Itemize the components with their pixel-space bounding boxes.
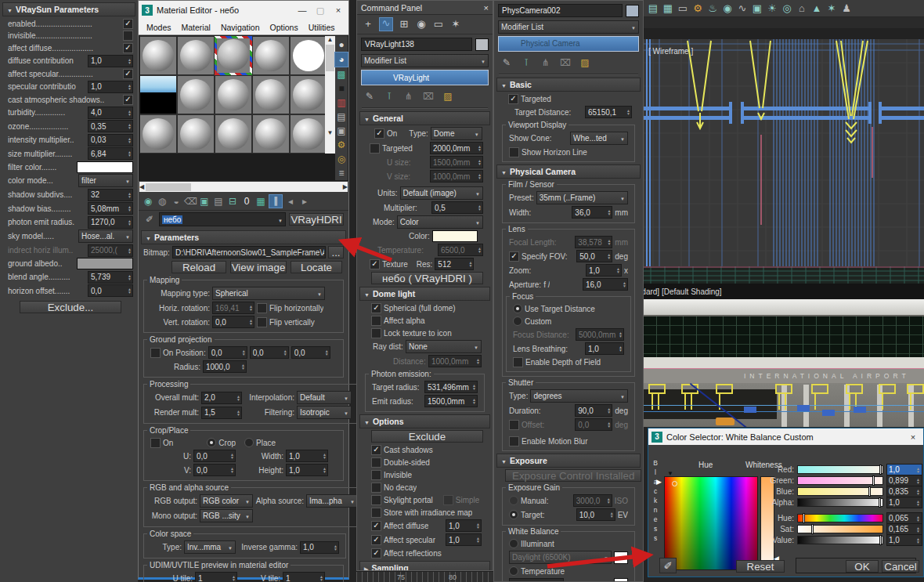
render-mult-spinner[interactable]: 1,5 [201,407,242,419]
hue-value-spinner[interactable]: 0,065 [886,512,922,524]
sky-model-dropdown[interactable]: Hose...al. [78,230,133,243]
texture-map-button[interactable]: небо ( VRayHDRI ) [371,272,483,284]
settings-gear-icon[interactable]: ⚙ [691,2,704,15]
v-size-spinner[interactable]: 1000,0mm [430,170,483,183]
go-forward-to-sibling-icon[interactable]: ▸ [298,195,311,208]
manual-iso-spinner[interactable]: 3000,0 [573,494,612,507]
overall-mult-spinner[interactable]: 2,0 [201,392,242,404]
close-button[interactable]: × [331,5,345,15]
make-unique-icon[interactable]: ⋔ [540,56,552,69]
targeted-checkbox[interactable] [508,94,518,104]
green-slider[interactable] [797,476,883,485]
material-class-button[interactable]: VRayHDRI [289,213,344,226]
go-to-parent-icon[interactable]: ◂ [284,195,297,208]
video-color-check-icon[interactable]: ▤ [335,110,348,124]
focus-distance-spinner[interactable]: 5000,0mm [576,328,624,341]
focal-length-spinner[interactable]: 38,578 [575,236,612,248]
command-panel-titlebar[interactable]: Command Panel × [357,1,493,15]
green-value-spinner[interactable]: 0,899 [886,475,922,486]
alpha-value-spinner[interactable]: 1,0 [886,497,922,508]
make-material-copy-icon[interactable]: ▣ [198,195,211,208]
material-slot[interactable] [215,114,252,154]
general-rollout-header[interactable]: General [359,111,490,125]
exclude-button[interactable]: Exclude... [20,301,121,313]
material-slot[interactable] [252,75,290,114]
bitmap-path-field[interactable]: D:\HDRI\AfternoonSlow01_SampleFrame\AS01… [172,246,326,258]
close-icon[interactable]: × [484,3,489,13]
multiplier-spinner[interactable]: 0,5 [431,201,483,214]
height-spinner[interactable]: 1,0 [286,464,328,476]
color-selector-titlebar[interactable]: 3 Color Selector: White Balance Custom × [648,428,923,445]
stack-item-physical-camera[interactable]: Physical Camera [499,37,638,51]
specify-fov-checkbox[interactable] [509,251,519,262]
rgb-output-dropdown[interactable]: RGB color [200,494,253,508]
shadow-subdivs-spinner[interactable]: 32 [88,189,133,201]
scroll-left-icon[interactable]: ◀ [139,183,144,190]
material-slot[interactable] [290,114,325,154]
utilities-tab-icon[interactable]: ✶ [449,18,462,31]
target-radio[interactable] [509,510,518,519]
position-x-spinner[interactable]: 0,0 [208,346,247,359]
show-end-result-icon[interactable]: ⊺ [383,90,395,103]
light-on-checkbox[interactable] [374,128,384,139]
enable-dof-checkbox[interactable] [513,357,523,367]
alpha-source-dropdown[interactable]: Ima...pha [306,494,358,508]
show-horizon-checkbox[interactable] [509,147,519,157]
intensity-multiplier-spinner[interactable]: 0,03 [88,134,133,146]
material-id-channel-icon[interactable]: 0 [240,195,253,208]
shadow-bias-spinner[interactable]: 5,08mm [88,202,133,215]
indirect-horiz-illum-spinner[interactable]: 25000,( [88,244,133,257]
mapping-type-dropdown[interactable]: Spherical [212,287,325,300]
reset-button[interactable]: Reset [736,560,785,573]
filtering-dropdown[interactable]: Isotropic [297,406,352,419]
shaded-viewport[interactable]: [Standard] [Default Shading] INTERNATION… [644,284,924,427]
cancel-button[interactable]: Cancel [882,560,919,573]
pin-stack-icon[interactable]: ✎ [363,90,376,103]
place-radio[interactable] [244,438,254,447]
invisible-checkbox[interactable] [123,31,133,41]
physical-camera-rollout-header[interactable]: Physical Camera [496,164,641,179]
material-slot[interactable] [177,114,215,154]
horiz-rotation-spinner[interactable]: 169,41 [212,302,254,314]
ribbon-icon[interactable]: ▭ [677,2,689,15]
object-name-field[interactable]: PhysCamera002 [498,4,623,17]
blackness-arrow-icon[interactable]: ▶ [656,478,662,486]
background-icon[interactable]: ■ [335,81,348,96]
slider-handle[interactable] [879,465,882,475]
blend-angle-spinner[interactable]: 5,739 [88,271,133,284]
slider-handle[interactable] [803,513,805,523]
u-tile-spinner[interactable]: 1 [195,572,237,582]
targeted-checkbox[interactable] [370,143,380,154]
double-sided-checkbox[interactable] [371,457,381,468]
temperature-spinner[interactable]: 6500,0 [438,244,483,256]
slider-handle[interactable] [879,497,881,508]
viewport-shading-label[interactable]: [ Wireframe ] [648,47,693,56]
maximize-button[interactable]: ▢ [313,5,327,16]
material-slot[interactable] [177,36,215,75]
u-spinner[interactable]: 0,0 [193,450,236,462]
basic-rollout-header[interactable]: Basic [496,78,641,92]
material-slot[interactable] [139,114,177,154]
menu-options[interactable]: Options [270,23,298,32]
material-slot[interactable] [290,75,325,114]
slider-handle[interactable] [811,524,814,534]
skylight-portal-extra-checkbox[interactable] [443,495,453,505]
ok-button[interactable]: OK [846,560,879,573]
temperature-spinner[interactable]: 6500,0 [509,578,564,582]
timeline-ruler[interactable]: 75 80 [356,571,493,582]
affect-specular-spinner[interactable]: 1,0 [446,533,482,546]
horizon-offset-spinner[interactable]: 0,0 [88,284,133,297]
dome-light-rollout-header[interactable]: Dome light [359,287,490,301]
browse-bitmap-button[interactable]: ... [328,246,344,258]
viewport-shading-label[interactable]: [Standard] [Default Shading] [644,287,722,296]
flip-vertically-checkbox[interactable] [257,317,267,327]
slider-handle[interactable] [868,486,871,497]
options-rollout-header[interactable]: Options [359,414,490,428]
color-space-type-dropdown[interactable]: Inv...mma [184,540,236,554]
crop-on-checkbox[interactable] [150,438,161,448]
material-map-navigator-icon[interactable]: ≡ [335,166,348,180]
enabled-checkbox[interactable] [123,19,133,29]
mono-output-dropdown[interactable]: RGB ...sity [200,509,253,522]
assign-material-to-selection-icon[interactable]: ◒ [170,195,182,208]
scroll-up-icon[interactable]: ▲ [327,36,334,43]
